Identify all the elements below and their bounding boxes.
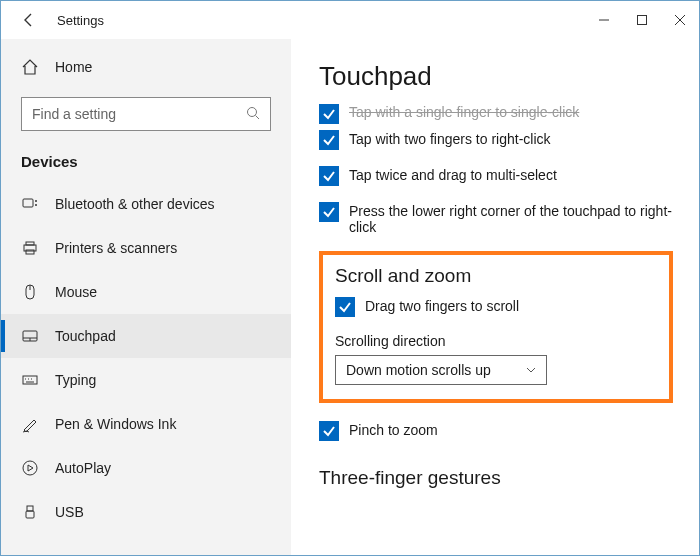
home-nav[interactable]: Home	[1, 45, 291, 89]
page-title: Touchpad	[319, 61, 673, 92]
home-icon	[21, 58, 39, 76]
nav-label: Pen & Windows Ink	[55, 416, 176, 432]
checkbox-tap-twice-drag[interactable]: Tap twice and drag to multi-select	[319, 166, 673, 186]
checkbox-icon	[335, 297, 355, 317]
nav-autoplay[interactable]: AutoPlay	[1, 446, 291, 490]
svg-line-3	[256, 115, 260, 119]
nav-label: Printers & scanners	[55, 240, 177, 256]
printer-icon	[21, 239, 39, 257]
checkbox-icon	[319, 104, 339, 124]
main-content: Touchpad Tap with a single finger to sin…	[291, 39, 699, 555]
checkbox-label: Press the lower right corner of the touc…	[349, 202, 673, 235]
checkbox-label: Drag two fingers to scroll	[365, 297, 519, 314]
window-title: Settings	[57, 13, 104, 28]
nav-pen[interactable]: Pen & Windows Ink	[1, 402, 291, 446]
svg-point-5	[35, 200, 37, 202]
nav-printers[interactable]: Printers & scanners	[1, 226, 291, 270]
svg-point-20	[23, 461, 37, 475]
search-icon	[246, 106, 260, 123]
maximize-button[interactable]	[623, 1, 661, 39]
checkbox-label: Tap with two fingers to right-click	[349, 130, 551, 147]
checkbox-drag-to-scroll[interactable]: Drag two fingers to scroll	[335, 297, 657, 317]
svg-rect-15	[23, 376, 37, 384]
three-finger-title: Three-finger gestures	[319, 467, 673, 489]
scrolling-direction-label: Scrolling direction	[335, 333, 657, 349]
svg-rect-4	[23, 199, 33, 207]
svg-rect-1	[638, 16, 647, 25]
search-input[interactable]: Find a setting	[21, 97, 271, 131]
checkbox-pinch-zoom[interactable]: Pinch to zoom	[319, 421, 673, 441]
scrolling-direction-dropdown[interactable]: Down motion scrolls up	[335, 355, 547, 385]
checkbox-label: Tap twice and drag to multi-select	[349, 166, 557, 183]
search-placeholder: Find a setting	[32, 106, 246, 122]
back-button[interactable]	[21, 12, 37, 28]
usb-icon	[21, 503, 39, 521]
checkbox-icon	[319, 166, 339, 186]
sidebar: Home Find a setting Devices Bluetooth & …	[1, 39, 291, 555]
home-label: Home	[55, 59, 92, 75]
nav-bluetooth[interactable]: Bluetooth & other devices	[1, 182, 291, 226]
highlight-annotation: Scroll and zoom Drag two fingers to scro…	[319, 251, 673, 403]
svg-point-6	[35, 204, 37, 206]
autoplay-icon	[21, 459, 39, 477]
nav-mouse[interactable]: Mouse	[1, 270, 291, 314]
devices-group-header: Devices	[1, 147, 291, 182]
nav-label: AutoPlay	[55, 460, 111, 476]
svg-rect-21	[27, 506, 33, 511]
svg-rect-8	[26, 242, 34, 245]
nav-label: Bluetooth & other devices	[55, 196, 215, 212]
nav-usb[interactable]: USB	[1, 490, 291, 534]
scroll-zoom-title: Scroll and zoom	[335, 265, 657, 287]
close-button[interactable]	[661, 1, 699, 39]
checkbox-icon	[319, 421, 339, 441]
minimize-button[interactable]	[585, 1, 623, 39]
dropdown-value: Down motion scrolls up	[346, 362, 491, 378]
checkbox-label: Pinch to zoom	[349, 421, 438, 438]
svg-rect-22	[26, 511, 34, 518]
nav-touchpad[interactable]: Touchpad	[1, 314, 291, 358]
checkbox-two-finger-right-click[interactable]: Tap with two fingers to right-click	[319, 130, 673, 150]
mouse-icon	[21, 283, 39, 301]
checkbox-icon	[319, 130, 339, 150]
checkbox-corner-right-click[interactable]: Press the lower right corner of the touc…	[319, 202, 673, 235]
keyboard-icon	[21, 371, 39, 389]
checkbox-single-tap-clipped[interactable]: Tap with a single finger to single-click	[319, 104, 673, 120]
nav-typing[interactable]: Typing	[1, 358, 291, 402]
chevron-down-icon	[526, 362, 536, 378]
nav-label: Touchpad	[55, 328, 116, 344]
nav-label: Mouse	[55, 284, 97, 300]
bluetooth-icon	[21, 195, 39, 213]
svg-point-2	[248, 107, 257, 116]
touchpad-icon	[21, 327, 39, 345]
checkbox-icon	[319, 202, 339, 222]
pen-icon	[21, 415, 39, 433]
nav-label: Typing	[55, 372, 96, 388]
nav-label: USB	[55, 504, 84, 520]
